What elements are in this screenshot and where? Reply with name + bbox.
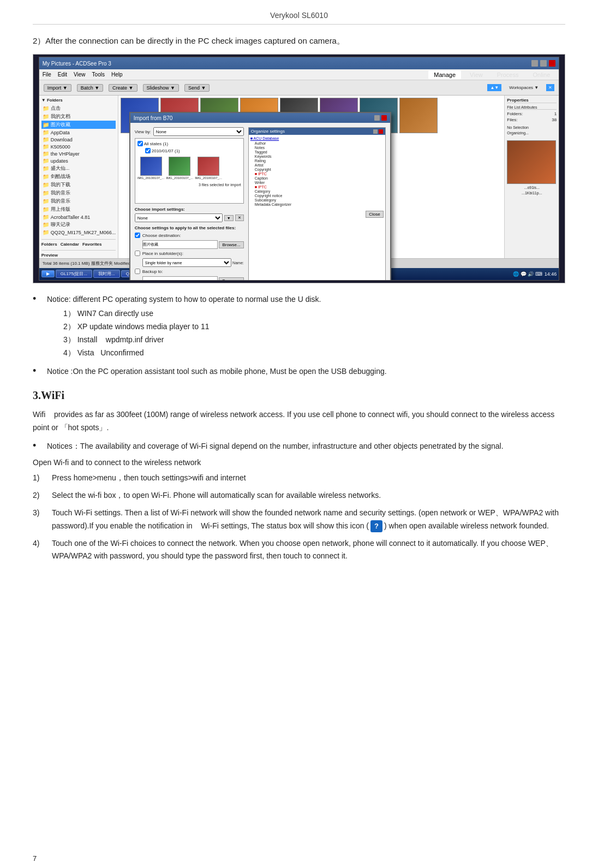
- taskbar-time: 14:46: [545, 271, 557, 277]
- db-copyrightnotice[interactable]: Copyright notice: [255, 194, 384, 198]
- sidebar-folder-acrobat[interactable]: 📁 AcrobatTaller 4.81: [41, 213, 116, 221]
- db-caption[interactable]: Caption: [255, 176, 384, 180]
- subfolder-checkbox[interactable]: [135, 251, 140, 256]
- sidebar-folder-jianku[interactable]: 📁 剑酷战场: [41, 173, 116, 181]
- db-keywords[interactable]: Keywords: [255, 154, 384, 158]
- step-content-2: Select the wi-fi box，to open Wi-Fi. Phon…: [52, 489, 565, 502]
- wifi-step-4: 4) Touch one of the Wi-Fi choices to con…: [33, 537, 565, 563]
- organize-title: Organize settings: [251, 129, 285, 134]
- wifi-heading: 3.WiFi: [33, 389, 565, 402]
- backup-input[interactable]: [142, 276, 218, 280]
- properties-panel: Properties File List Attributes Folders:…: [504, 96, 559, 280]
- sub-list-item-3: 3） Install wpdmtp.inf driver: [63, 334, 565, 347]
- page-title: Verykool SL6010: [33, 11, 565, 25]
- dialog-body: View by: None All states (1): [130, 123, 390, 280]
- sidebar-folder-music[interactable]: 📁 我的音乐: [41, 189, 116, 197]
- name-label: Name:: [232, 261, 244, 265]
- sidebar-tab-folders[interactable]: Folders: [41, 242, 57, 247]
- date-checkbox[interactable]: [145, 148, 151, 153]
- db-artist[interactable]: Artist: [255, 163, 384, 167]
- organize-close-btn[interactable]: Close: [366, 211, 383, 218]
- toolbar-slideshow[interactable]: Slideshow ▼: [143, 84, 179, 92]
- toolbar-import[interactable]: Import ▼: [44, 84, 71, 92]
- sidebar-folder-misc[interactable]: 📁 QQ2Q_MI175_MK27_M066...: [41, 229, 116, 236]
- viewby-label: View by:: [135, 129, 151, 134]
- backup-checkbox[interactable]: [135, 269, 140, 274]
- notice-section: • Notice: different PC operating system …: [33, 293, 565, 377]
- toolbar-batch[interactable]: Batch ▼: [77, 84, 103, 92]
- menu-file[interactable]: File: [43, 72, 51, 78]
- backup-browse-btn[interactable]: Browse...: [219, 277, 243, 280]
- allstates-checkbox[interactable]: [137, 141, 143, 146]
- db-category[interactable]: Category: [255, 189, 384, 193]
- nav-tab-online[interactable]: Online: [527, 70, 555, 79]
- nav-tab-view[interactable]: View: [464, 70, 488, 79]
- taskbar-btn-2[interactable]: 我时用...: [93, 270, 120, 278]
- taskbar-icons: 🌐 💬 🔊 ⌨: [513, 271, 542, 277]
- menu-help[interactable]: Help: [111, 72, 123, 78]
- db-writer[interactable]: Writer: [255, 181, 384, 185]
- taskbar-btn-start[interactable]: ▶: [41, 270, 55, 277]
- menu-view[interactable]: View: [74, 72, 86, 78]
- menu-edit[interactable]: Edit: [58, 72, 67, 78]
- wifi-icon-badge: ?: [370, 520, 382, 532]
- db-metadata[interactable]: Metadata Categorizer: [255, 203, 384, 206]
- sidebar-folder-download[interactable]: 📁 Download: [41, 136, 116, 143]
- db-tagged[interactable]: Tagged: [255, 150, 384, 154]
- db-copyright[interactable]: Copyright: [255, 168, 384, 171]
- sidebar-folder-vplayer[interactable]: 📁 the VHPlayer: [41, 150, 116, 157]
- toolbar-send[interactable]: Send ▼: [184, 84, 210, 92]
- organize-panel: Organize settings ■ ACU Database Author: [248, 127, 386, 280]
- wifi-section: 3.WiFi Wifi provides as far as 300feet (…: [33, 389, 565, 563]
- subfolder-select[interactable]: Single folder by name: [142, 258, 231, 267]
- dialog-titlebar: Import from B70: [130, 113, 390, 123]
- sidebar-folder-upload[interactable]: 📁 用上传版: [41, 205, 116, 213]
- sidebar-folder-updates[interactable]: 📁 updates: [41, 157, 116, 164]
- acdsee-menubar: File Edit View Tools Help Manage View Pr…: [39, 69, 559, 80]
- wifi-step-2: 2) Select the wi-fi box，to open Wi-Fi. P…: [33, 489, 565, 502]
- sidebar-folder-desktop[interactable]: 📁 点击: [41, 104, 116, 112]
- bullet-dot-1: •: [33, 293, 44, 305]
- db-notes[interactable]: Notes: [255, 146, 384, 150]
- acdsee-body: ▼ Folders 📁 点击 📁 我的文档 📁 图片收藏 📁 AppData 📁…: [39, 96, 559, 280]
- db-author[interactable]: Author: [255, 141, 384, 145]
- db-iptc[interactable]: ■ IPTC: [255, 172, 384, 176]
- sidebar-folder-myfolder[interactable]: 📁 我的文档: [41, 112, 116, 121]
- db-rating[interactable]: Rating: [255, 159, 384, 163]
- taskbar-btn-1[interactable]: GL175(提目...: [56, 270, 92, 278]
- destination-input[interactable]: [142, 240, 218, 249]
- menu-tools[interactable]: Tools: [92, 72, 105, 78]
- import-settings-btn2[interactable]: ✕: [235, 215, 244, 221]
- db-iptc2[interactable]: ■ IPTC: [255, 185, 384, 189]
- section2-intro: 2）After the connection can be directly i…: [33, 34, 565, 47]
- nav-tab-process[interactable]: Process: [492, 70, 524, 79]
- sidebar-folder-download2[interactable]: 📁 我的下载: [41, 181, 116, 189]
- wifi-step-3: 3) Touch Wi-Fi settings. Then a list of …: [33, 507, 565, 533]
- db-subitems: Author Notes Tagged Keywords Rating Arti…: [250, 141, 384, 206]
- acdsee-main: Properties File List Attributes Folders:…: [118, 96, 559, 280]
- sidebar-folder-mypictures[interactable]: 📁 图片收藏: [41, 121, 116, 129]
- toolbar-create[interactable]: Create ▼: [109, 84, 137, 92]
- destination-browse-btn[interactable]: Browse...: [219, 241, 243, 248]
- nav-tab-manage[interactable]: Manage: [428, 70, 461, 79]
- step-num-2: 2): [33, 489, 52, 502]
- sidebar-tab-favorites[interactable]: Favorites: [82, 242, 102, 247]
- sidebar-folder-appdata[interactable]: 📁 AppData: [41, 129, 116, 136]
- sidebar-folder-shanda[interactable]: 📁 盛大仙...: [41, 164, 116, 173]
- sidebar-folder-music2[interactable]: 📁 我的音乐: [41, 197, 116, 205]
- wifi-notice-bullet: • Notices：The availability and coverage …: [33, 440, 565, 452]
- viewby-select[interactable]: None: [153, 127, 244, 136]
- import-settings-select[interactable]: None: [135, 213, 223, 222]
- prop-folders-val: 1: [554, 111, 557, 116]
- destination-checkbox[interactable]: [135, 233, 140, 238]
- sidebar-folder-k305[interactable]: 📁 K505000: [41, 143, 116, 150]
- wifi-steps: 1) Press home>menu，then touch settings>w…: [33, 472, 565, 563]
- sidebar-folder-chat[interactable]: 📁 聊天记录: [41, 221, 116, 229]
- import-settings-btn1[interactable]: ▼: [224, 215, 234, 221]
- db-subcategory[interactable]: Subcategory: [255, 198, 384, 202]
- sidebar-tab-calendar[interactable]: Calendar: [61, 242, 79, 247]
- prop-title: Properties: [507, 98, 557, 103]
- acdsee-db-item[interactable]: ■ ACU Database: [250, 136, 384, 140]
- bullet-item-2: • Notice :On the PC operation assistant …: [33, 365, 565, 377]
- step-num-4: 4): [33, 537, 52, 550]
